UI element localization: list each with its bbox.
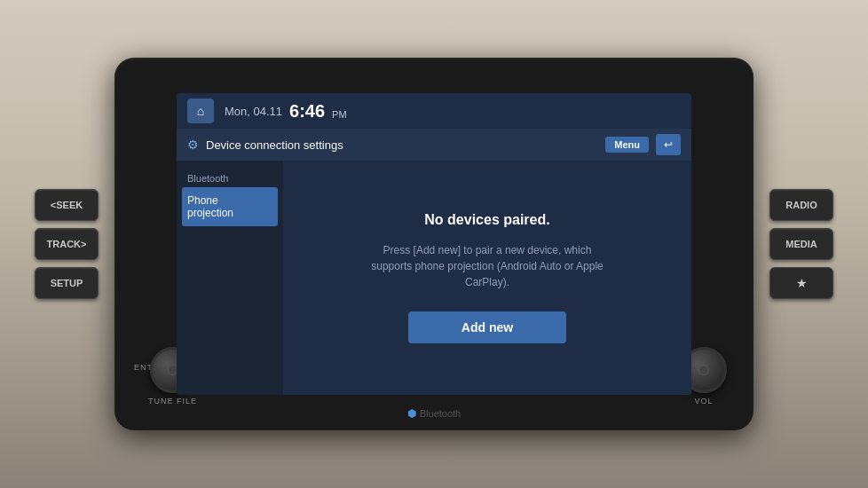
top-bar: ⌂ Mon, 04.11 6:46 PM (177, 93, 691, 129)
add-new-button[interactable]: Add new (408, 311, 566, 343)
star-button[interactable]: ★ (769, 267, 833, 299)
bluetooth-section-label: Bluetooth (177, 168, 283, 187)
bluetooth-bottom-label: ⬢ Bluetooth (407, 407, 461, 420)
home-button[interactable]: ⌂ (187, 98, 214, 123)
screen-title: Device connection settings (206, 138, 598, 152)
no-devices-description: Press [Add new] to pair a new device, wh… (363, 242, 612, 290)
track-button[interactable]: TRACK> (35, 228, 99, 260)
screen: ⌂ Mon, 04.11 6:46 PM ⚙ Device connection… (177, 93, 691, 395)
dashboard: <SEEK TRACK> SETUP ENTER TUNE FILE RADIO… (0, 0, 868, 488)
phone-projection-nav-item[interactable]: Phoneprojection (182, 187, 278, 226)
title-bar: ⚙ Device connection settings Menu ↩ (177, 129, 691, 161)
left-nav: Bluetooth Phoneprojection (177, 161, 283, 395)
device-pairing-content: No devices paired. Press [Add new] to pa… (283, 161, 691, 395)
left-buttons-panel: <SEEK TRACK> SETUP (35, 189, 99, 299)
home-icon: ⌂ (197, 104, 204, 118)
setup-button[interactable]: SETUP (35, 267, 99, 299)
vol-knob-inner (698, 365, 709, 375)
no-devices-title: No devices paired. (424, 212, 549, 228)
bluetooth-text: Bluetooth (420, 408, 461, 419)
seek-button[interactable]: <SEEK (35, 189, 99, 221)
tune-file-label: TUNE FILE (148, 397, 197, 405)
radio-button[interactable]: RADIO (769, 189, 833, 221)
main-content: Bluetooth Phoneprojection No devices pai… (177, 161, 691, 395)
back-button[interactable]: ↩ (656, 134, 681, 155)
time-display: 6:46 (289, 101, 325, 122)
head-unit: <SEEK TRACK> SETUP ENTER TUNE FILE RADIO… (114, 58, 754, 430)
settings-icon: ⚙ (187, 138, 199, 152)
media-button[interactable]: MEDIA (769, 228, 833, 260)
date-display: Mon, 04.11 (225, 105, 282, 118)
menu-button[interactable]: Menu (605, 137, 649, 153)
bluetooth-icon: ⬢ (407, 407, 416, 420)
right-buttons-panel: RADIO MEDIA ★ (769, 189, 833, 299)
ampm-display: PM (332, 109, 347, 120)
vol-label: VOL (694, 397, 713, 405)
date-time: Mon, 04.11 6:46 PM (225, 101, 681, 122)
